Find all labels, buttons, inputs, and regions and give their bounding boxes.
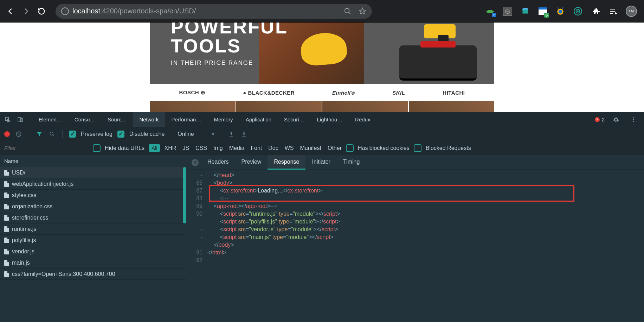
request-row[interactable]: webApplicationInjector.js <box>0 178 186 190</box>
filter-type[interactable]: Doc <box>268 145 278 151</box>
request-list-header[interactable]: Name <box>0 155 186 167</box>
request-list-scrollbar[interactable] <box>183 167 186 223</box>
clear-icon[interactable] <box>15 130 22 138</box>
forward-button[interactable] <box>19 4 33 18</box>
profile-avatar[interactable]: 144 <box>626 6 637 17</box>
request-list: Name USD/webApplicationInjector.jsstyles… <box>0 155 186 322</box>
devtools-tab[interactable]: Network <box>133 112 165 127</box>
brand-logo[interactable]: BOSCH ⊕ <box>179 89 205 96</box>
request-row[interactable]: runtime.js <box>0 223 186 235</box>
hide-data-urls-checkbox[interactable] <box>93 144 101 152</box>
request-row[interactable]: USD/ <box>0 167 186 178</box>
disable-cache-checkbox[interactable]: ✓ <box>117 131 124 138</box>
blocked-requests-checkbox[interactable] <box>414 144 421 152</box>
filter-icon[interactable] <box>36 130 43 138</box>
response-tab[interactable]: Timing <box>337 155 366 170</box>
filter-all[interactable]: All <box>149 144 160 152</box>
hero-banner: POWERFUL TOOLS IN THEIR PRICE RANGE <box>150 23 494 84</box>
brand-logo[interactable]: HITACHI <box>443 90 465 96</box>
response-tab[interactable]: Initiator <box>305 155 336 170</box>
code-line: - </body> <box>186 241 644 249</box>
filter-type[interactable]: Media <box>229 145 245 151</box>
request-row[interactable]: styles.css <box>0 190 186 201</box>
filter-type[interactable]: Other <box>328 145 342 151</box>
settings-icon[interactable] <box>610 116 622 123</box>
devtools-tab[interactable]: Lighthou… <box>311 112 349 127</box>
svg-rect-2 <box>522 10 528 13</box>
playlist-icon[interactable] <box>608 6 618 16</box>
file-icon <box>4 226 9 232</box>
filter-type[interactable]: XHR <box>165 145 176 151</box>
site-info-icon[interactable]: i <box>61 7 69 15</box>
ext-icon-2[interactable] <box>503 6 513 16</box>
brand-logo[interactable]: ● BLACK&DECKER <box>243 90 295 96</box>
error-count[interactable]: ×2 <box>595 116 605 122</box>
back-button[interactable] <box>4 4 18 18</box>
throttling-select[interactable]: Online▾ <box>178 131 214 137</box>
request-row[interactable]: polyfills.js <box>0 235 186 246</box>
more-icon[interactable] <box>627 116 640 123</box>
ext-icon-5[interactable] <box>555 6 565 16</box>
response-code[interactable]: - </head>85 <body>87 <cx-storefront>Load… <box>186 170 644 322</box>
devtools-tab[interactable]: Performan… <box>165 112 207 127</box>
reload-button[interactable] <box>34 4 49 18</box>
download-icon[interactable] <box>240 130 248 138</box>
brand-logo[interactable]: SKIL <box>392 90 405 96</box>
upload-icon[interactable] <box>227 130 235 138</box>
filter-input[interactable] <box>4 143 89 153</box>
address-bar[interactable]: i localhost:4200/powertools-spa/en/USD/ <box>56 4 372 19</box>
devtools-tab[interactable]: Securi… <box>278 112 311 127</box>
request-row[interactable]: vendor.js <box>0 246 186 257</box>
devtools-tabs: Elemen…Conso…Sourc…NetworkPerforman…Memo… <box>0 112 644 127</box>
code-line: 85 <body> <box>186 179 644 187</box>
request-row[interactable]: css?family=Open+Sans:300,400,600,700 <box>0 269 186 280</box>
code-line: 89 <app-root></app-root>--> <box>186 202 644 210</box>
ext-icon-1[interactable]: x <box>485 6 495 16</box>
devtools-tab[interactable]: Redux <box>349 112 376 127</box>
request-row[interactable]: main.js <box>0 257 186 269</box>
devtools-tab[interactable]: Application <box>239 112 278 127</box>
filter-type[interactable]: Manifest <box>300 145 321 151</box>
devtools-tab[interactable]: Memory <box>207 112 239 127</box>
response-tab[interactable]: Response <box>268 155 305 170</box>
ext-icon-6[interactable] <box>573 6 583 16</box>
preserve-log-checkbox[interactable]: ✓ <box>69 131 76 138</box>
devtools-tab[interactable]: Elemen… <box>32 112 68 127</box>
blocked-cookies-checkbox[interactable] <box>346 144 354 152</box>
filter-type[interactable]: Img <box>213 145 223 151</box>
response-tab[interactable]: Preview <box>235 155 268 170</box>
close-response-icon[interactable]: ✕ <box>189 155 201 170</box>
hero-title-1: POWERFUL <box>171 23 288 36</box>
filter-type[interactable]: WS <box>285 145 294 151</box>
hero-subtitle: IN THEIR PRICE RANGE <box>171 59 288 67</box>
ext-icon-3[interactable] <box>520 6 530 16</box>
extensions-menu-icon[interactable] <box>591 6 600 16</box>
inspect-icon[interactable] <box>1 112 14 127</box>
code-line: 91</html> <box>186 249 644 257</box>
zoom-icon[interactable] <box>344 7 352 15</box>
response-tab[interactable]: Headers <box>201 155 235 170</box>
request-row[interactable]: organization.css <box>0 201 186 212</box>
filter-type[interactable]: Font <box>251 145 262 151</box>
file-icon <box>4 204 9 209</box>
filter-type[interactable]: JS <box>182 145 189 151</box>
devtools-tab[interactable]: Conso… <box>68 112 101 127</box>
file-icon <box>4 215 9 221</box>
code-line: 87 <cx-storefront>Loading...</cx-storefr… <box>186 187 644 195</box>
record-button[interactable] <box>4 131 10 137</box>
search-icon[interactable] <box>48 130 56 138</box>
svg-point-0 <box>345 8 349 13</box>
response-panel: ✕ HeadersPreviewResponseInitiatorTiming … <box>186 155 644 322</box>
code-line: - <script src="polyfills.js" type="modul… <box>186 218 644 226</box>
request-row[interactable]: storefinder.css <box>0 212 186 223</box>
brand-row: BOSCH ⊕ ● BLACK&DECKER Einhell® SKIL HIT… <box>150 84 494 101</box>
ext-icon-4[interactable]: 6 <box>538 6 548 16</box>
svg-point-15 <box>50 132 53 135</box>
disable-cache-label: Disable cache <box>129 131 165 137</box>
brand-logo[interactable]: Einhell® <box>332 90 355 96</box>
filter-type[interactable]: CSS <box>195 145 207 151</box>
devtools-tab[interactable]: Sourc… <box>101 112 133 127</box>
blocked-requests-label: Blocked Requests <box>426 145 471 151</box>
device-icon[interactable] <box>14 112 27 127</box>
bookmark-icon[interactable] <box>359 7 366 15</box>
